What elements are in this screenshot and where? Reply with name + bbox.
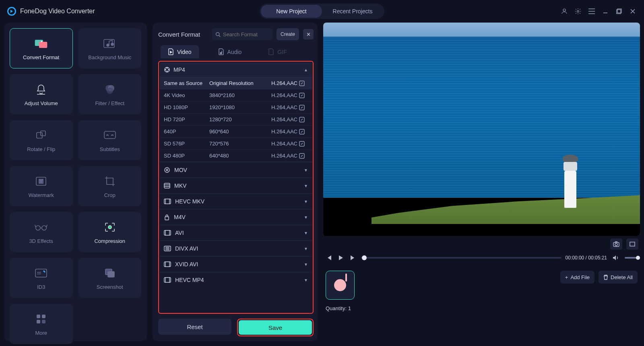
edit-icon[interactable] [299,117,308,122]
format-group-hevc-mp4[interactable]: HEVC MP4▼ [160,272,312,288]
tab-label: Audio [227,49,242,55]
svg-rect-13 [41,131,45,136]
tool-background-music[interactable]: Background Music [78,28,142,68]
col-resolution: Original Resolution [209,80,255,86]
col-resolution: 1920*1080 [209,104,255,110]
svg-point-34 [168,69,169,70]
tool-id3[interactable]: ID3 [10,258,73,298]
tool-adjust-volume[interactable]: Adjust Volume [10,74,73,114]
minimize-icon[interactable] [601,7,609,15]
format-row[interactable]: HD 1080P1920*1080H.264,AAC [160,102,312,114]
settings-icon[interactable] [574,7,582,15]
format-row[interactable]: HD 720P1280*720H.264,AAC [160,114,312,126]
svg-text:T: T [40,180,42,183]
format-icon [164,277,171,283]
bell-icon [34,83,48,96]
tool-3d-effects[interactable]: 3D Effects [10,212,73,252]
edit-icon[interactable] [299,129,308,135]
create-button[interactable]: Create [277,28,299,40]
tool-label: More [35,330,47,336]
menu-icon[interactable] [588,7,596,15]
edit-icon[interactable] [299,105,308,110]
tab-new-project[interactable]: New Project [261,5,322,18]
search-input[interactable] [223,31,269,37]
watermark-icon: T [34,174,48,188]
save-button[interactable]: Save [239,320,312,335]
account-icon[interactable] [560,7,568,15]
edit-icon[interactable] [299,81,308,86]
group-name: AVI [175,230,184,236]
next-button[interactable] [349,254,357,262]
svg-point-31 [167,68,167,68]
tool-compression[interactable]: Compression [78,212,142,252]
snapshot-button[interactable] [610,238,622,250]
format-group-m4v[interactable]: M4V▼ [160,209,312,225]
format-group-divx-avi[interactable]: DIVX AVI▼ [160,240,312,256]
tool-label: Adjust Volume [25,100,58,106]
seek-slider[interactable] [361,257,561,259]
gif-file-icon [268,48,274,55]
add-file-button[interactable]: + Add File [560,271,594,284]
col-profile: 640P [164,128,209,135]
format-group-xvid-avi[interactable]: XVID AVI▼ [160,256,312,272]
close-panel-button[interactable]: ✕ [303,29,314,39]
maximize-icon[interactable] [615,7,623,15]
tool-screenshot[interactable]: Screenshot [78,258,142,298]
format-icon [164,246,171,251]
tool-more[interactable]: More [10,304,73,344]
tool-rotate-flip[interactable]: Rotate / Flip [10,120,73,160]
group-name: HEVC MP4 [175,277,204,283]
tool-subtitles[interactable]: Subtitles [78,120,142,160]
svg-point-33 [165,69,166,70]
video-preview[interactable] [323,23,640,236]
format-group-avi[interactable]: AVI▼ [160,225,312,240]
tool-filter-effect[interactable]: Filter / Effect [78,74,142,114]
col-resolution: 1280*720 [209,116,255,122]
search-format[interactable] [212,28,272,40]
fullscreen-button[interactable] [626,238,638,250]
col-codec: H.264,AAC [255,104,299,110]
volume-slider[interactable] [625,257,638,259]
btn-label: Add File [570,274,590,280]
volume-icon[interactable] [611,255,621,261]
queue-thumbnail[interactable] [326,271,355,300]
edit-icon[interactable] [299,141,308,147]
tool-watermark[interactable]: T Watermark [10,166,73,206]
group-name: M4V [174,214,186,220]
format-group-mkv[interactable]: MKV▼ [160,178,312,193]
format-tab-video[interactable]: Video [161,45,199,58]
edit-icon[interactable] [299,153,308,159]
prev-button[interactable] [325,254,333,262]
col-codec: H.264,AAC [255,80,299,86]
format-group-mp4[interactable]: MP4 ▲ [160,62,312,77]
format-tab-audio[interactable]: Audio [211,45,249,58]
close-window-icon[interactable] [629,7,637,15]
format-icon [164,214,170,220]
tool-label: Subtitles [100,146,120,152]
format-row[interactable]: 640P960*640H.264,AAC [160,126,312,138]
tool-label: Watermark [29,192,54,198]
format-row[interactable]: SD 576P720*576H.264,AAC [160,138,312,150]
queue-bar: + Add File Delete All [323,266,640,300]
format-row[interactable]: 4K Video3840*2160H.264,AAC [160,89,312,102]
svg-point-11 [107,87,113,94]
format-row-header[interactable]: Same as Source Original Resolution H.264… [160,77,312,89]
play-button[interactable] [337,254,345,262]
svg-rect-46 [165,217,169,220]
col-resolution: 960*640 [209,128,255,135]
edit-icon[interactable] [299,93,308,98]
tab-recent-projects[interactable]: Recent Projects [322,5,383,18]
format-tab-gif[interactable]: GIF [261,45,294,58]
group-name: MKV [174,182,186,189]
format-group-hevc-mkv[interactable]: HEVC MKV▼ [160,193,312,209]
tool-panel: Convert Format Background Music Adjust V… [4,23,147,341]
tool-convert-format[interactable]: Convert Format [10,28,73,68]
delete-all-button[interactable]: Delete All [599,271,638,284]
tool-label: Screenshot [97,284,123,290]
reset-button[interactable]: Reset [158,319,231,335]
tool-crop[interactable]: Crop [78,166,142,206]
format-row[interactable]: SD 480P640*480H.264,AAC [160,150,312,162]
col-profile: SD 576P [164,141,209,147]
format-group-mov[interactable]: MOV▼ [160,162,312,178]
svg-point-32 [167,71,167,72]
